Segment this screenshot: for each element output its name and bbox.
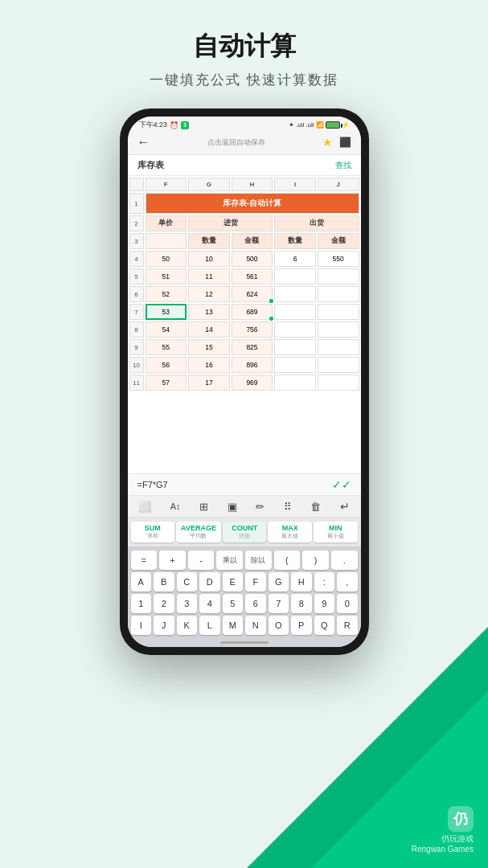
cell-7-F-selected[interactable]: 53	[146, 304, 187, 320]
key-9[interactable]: 9	[314, 594, 335, 613]
key-L[interactable]: L	[199, 616, 220, 635]
col-header-I[interactable]: I	[274, 178, 316, 191]
key-3[interactable]: 3	[177, 594, 198, 613]
key-E[interactable]: E	[223, 572, 244, 592]
fill-handle-bottom[interactable]	[269, 317, 273, 321]
cell-10-J[interactable]	[318, 357, 359, 373]
cell-4-J[interactable]: 550	[318, 251, 359, 267]
cell-5-J[interactable]	[318, 268, 359, 285]
cell-3-F[interactable]	[146, 233, 187, 249]
key-M[interactable]: M	[223, 616, 244, 635]
key-open-paren[interactable]: (	[274, 551, 301, 570]
cell-8-G[interactable]: 14	[188, 321, 230, 338]
kb-tool-table[interactable]: ⊞	[199, 501, 208, 513]
kb-tool-merge[interactable]: ▣	[228, 501, 237, 513]
cell-9-I[interactable]	[274, 339, 316, 355]
cell-3-H[interactable]: 金额	[232, 233, 273, 249]
cell-9-H[interactable]: 825	[232, 339, 273, 355]
cell-6-J[interactable]	[318, 286, 359, 302]
cell-8-H[interactable]: 756	[232, 321, 273, 338]
formula-text[interactable]: =F7*G7	[137, 480, 168, 489]
key-comma[interactable]: ,	[337, 572, 358, 592]
key-P[interactable]: P	[291, 616, 312, 635]
kb-tool-enter[interactable]: ↵	[340, 500, 350, 513]
cell-7-H[interactable]: 689	[232, 304, 273, 320]
key-F[interactable]: F	[245, 572, 266, 592]
key-R[interactable]: R	[337, 616, 358, 635]
cell-10-I[interactable]	[274, 357, 316, 373]
func-key-sum[interactable]: SUM 求和	[131, 522, 175, 542]
func-key-max[interactable]: MAX 最大值	[268, 522, 312, 542]
key-dot[interactable]: .	[331, 551, 358, 570]
key-multiply[interactable]: 乘以	[216, 551, 243, 570]
key-equals[interactable]: =	[131, 551, 158, 570]
cell-4-F[interactable]: 50	[146, 251, 187, 267]
cell-2-F[interactable]: 单价	[146, 215, 187, 231]
cell-3-I[interactable]: 数量	[274, 233, 316, 249]
cell-5-G[interactable]: 11	[188, 268, 230, 285]
cell-2-GH[interactable]: 进货	[188, 215, 273, 231]
kb-tool-font[interactable]: A↕	[170, 502, 181, 511]
key-J[interactable]: J	[154, 616, 174, 635]
key-divide[interactable]: 除以	[245, 551, 272, 570]
key-minus[interactable]: -	[188, 551, 215, 570]
key-5[interactable]: 5	[223, 594, 244, 613]
cell-8-I[interactable]	[274, 321, 316, 338]
kb-tool-collapse[interactable]: ⬜	[138, 501, 151, 513]
key-I[interactable]: I	[131, 616, 152, 635]
cell-5-I[interactable]	[274, 268, 316, 285]
kb-tool-delete[interactable]: 🗑	[310, 501, 321, 513]
cell-11-F[interactable]: 57	[146, 375, 187, 391]
cell-11-H[interactable]: 969	[232, 375, 273, 391]
cell-2-IJ[interactable]: 出货	[274, 215, 359, 231]
cell-6-G[interactable]: 12	[188, 286, 230, 302]
key-7[interactable]: 7	[269, 594, 289, 613]
key-6[interactable]: 6	[245, 594, 266, 613]
cell-10-H[interactable]: 896	[232, 357, 273, 373]
key-K[interactable]: K	[177, 616, 198, 635]
key-colon[interactable]: :	[314, 572, 335, 592]
func-key-min[interactable]: MIN 最小值	[314, 522, 358, 542]
cell-7-I[interactable]	[274, 304, 316, 320]
key-4[interactable]: 4	[199, 594, 220, 613]
key-N[interactable]: N	[245, 616, 266, 635]
key-G[interactable]: G	[269, 572, 289, 592]
cell-10-G[interactable]: 16	[188, 357, 230, 373]
cell-4-I[interactable]: 6	[274, 251, 316, 267]
cell-9-F[interactable]: 55	[146, 339, 187, 355]
key-2[interactable]: 2	[154, 594, 174, 613]
cell-8-F[interactable]: 54	[146, 321, 187, 338]
cell-5-H[interactable]: 561	[232, 268, 273, 285]
cell-9-J[interactable]	[318, 339, 359, 355]
cell-8-J[interactable]	[318, 321, 359, 338]
col-header-G[interactable]: G	[188, 178, 230, 191]
share-button[interactable]: ⬛	[339, 137, 351, 148]
key-plus[interactable]: +	[159, 551, 186, 570]
formula-confirm-icon[interactable]: ✓✓	[332, 478, 351, 491]
cell-6-H[interactable]: 624	[232, 286, 273, 302]
cell-7-J[interactable]	[318, 304, 359, 320]
back-button[interactable]: ←	[137, 135, 150, 149]
key-C[interactable]: C	[177, 572, 198, 592]
cell-11-I[interactable]	[274, 375, 316, 391]
cell-5-F[interactable]: 51	[146, 268, 187, 285]
key-8[interactable]: 8	[291, 594, 312, 613]
favorite-button[interactable]: ★	[322, 136, 333, 149]
key-A[interactable]: A	[131, 572, 152, 592]
cell-11-J[interactable]	[318, 375, 359, 391]
cell-4-G[interactable]: 10	[188, 251, 230, 267]
key-H[interactable]: H	[291, 572, 312, 592]
key-D[interactable]: D	[199, 572, 220, 592]
col-header-J[interactable]: J	[318, 178, 359, 191]
cell-3-G[interactable]: 数量	[188, 233, 230, 249]
cell-3-J[interactable]: 金额	[318, 233, 359, 249]
col-header-F[interactable]: F	[146, 178, 187, 191]
key-O[interactable]: O	[269, 616, 289, 635]
find-button[interactable]: 查找	[335, 160, 351, 171]
cell-6-F[interactable]: 52	[146, 286, 187, 302]
col-header-H[interactable]: H	[232, 178, 273, 191]
key-1[interactable]: 1	[131, 594, 152, 613]
cell-6-I[interactable]	[274, 286, 316, 302]
func-key-count[interactable]: COUNT 计次	[223, 522, 267, 542]
kb-tool-draw[interactable]: ✏	[256, 501, 265, 513]
